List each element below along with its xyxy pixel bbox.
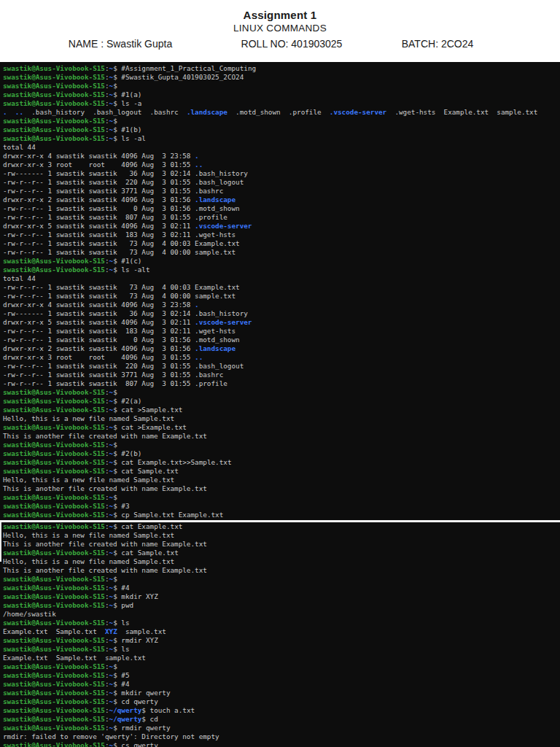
command-text: rmdir XYZ xyxy=(117,636,158,644)
output-text: drwxr-xr-x 4 swastik swastik 4096 Aug 3 … xyxy=(3,301,195,309)
command-text: cp Sample.txt Example.txt xyxy=(117,511,224,519)
output-text: -rw------- 1 swastik swastik 36 Aug 3 02… xyxy=(3,309,248,317)
output-text: This is another file created with name E… xyxy=(3,540,207,548)
prompt-user: swastik@Asus-Vivobook-S15 xyxy=(3,601,105,609)
command-text: cs qwerty xyxy=(117,741,158,747)
dir-name: .vscode-server xyxy=(195,222,252,230)
command-text: #2(b) xyxy=(117,449,142,457)
terminal-screen-1[interactable]: swastik@Asus-Vivobook-S15:~$ #Assignment… xyxy=(0,64,560,520)
output-text: sample.txt xyxy=(117,627,166,635)
command-text: cat >Example.txt xyxy=(117,423,187,431)
output-text: drwxr-xr-x 3 root root 4096 Aug 3 01:55 xyxy=(3,160,195,169)
prompt-user: swastik@Asus-Vivobook-S15 xyxy=(3,706,105,714)
output-text: -rw-r--r-- 1 swastik swastik 3771 Aug 3 … xyxy=(3,187,223,195)
output-text: drwxr-xr-x 5 swastik swastik 4096 Aug 3 … xyxy=(3,222,195,230)
command-text: touch a.txt xyxy=(146,706,195,714)
output-text xyxy=(7,108,15,116)
terminal-line: -rw-r--r-- 1 swastik swastik 73 Aug 4 00… xyxy=(0,283,560,292)
prompt-path: ~/qwerty xyxy=(109,715,142,723)
prompt-user: swastik@Asus-Vivobook-S15 xyxy=(3,117,105,125)
prompt-user: swastik@Asus-Vivobook-S15 xyxy=(3,266,105,274)
output-text: -rw-r--r-- 1 swastik swastik 183 Aug 3 0… xyxy=(3,327,236,335)
command-text: #Swastik_Gupta_401903025_2CO24 xyxy=(117,73,244,81)
output-text: Example.txt Sample.txt sample.txt xyxy=(3,654,146,662)
output-text: -rw-r--r-- 1 swastik swastik 0 Aug 3 01:… xyxy=(3,204,240,212)
prompt-user: swastik@Asus-Vivobook-S15 xyxy=(3,125,105,133)
assignment-subtitle: LINUX COMMANDS xyxy=(0,23,560,34)
terminal-line: swastik@Asus-Vivobook-S15:~/qwerty$ touc… xyxy=(0,706,560,715)
terminal-line: rmdir: failed to remove 'qwerty': Direct… xyxy=(0,732,560,741)
terminal-line: -rw-r--r-- 1 swastik swastik 73 Aug 4 00… xyxy=(0,292,560,301)
prompt-user: swastik@Asus-Vivobook-S15 xyxy=(3,511,105,519)
prompt-path: ~/qwerty xyxy=(109,706,142,714)
prompt-user: swastik@Asus-Vivobook-S15 xyxy=(3,99,105,107)
output-text: Example.txt Sample.txt xyxy=(3,627,105,635)
batch-label: BATCH: 2CO24 xyxy=(402,38,474,50)
prompt-user: swastik@Asus-Vivobook-S15 xyxy=(3,724,105,732)
assignment-title: Assignment 1 xyxy=(0,9,560,21)
output-text: total 44 xyxy=(3,274,36,282)
prompt-user: swastik@Asus-Vivobook-S15 xyxy=(3,549,105,557)
prompt-user: swastik@Asus-Vivobook-S15 xyxy=(3,257,105,265)
terminal-line: swastik@Asus-Vivobook-S15:~$ ls xyxy=(0,645,560,654)
prompt-user: swastik@Asus-Vivobook-S15 xyxy=(3,575,105,583)
terminal-line: Example.txt Sample.txt XYZ sample.txt xyxy=(0,627,560,636)
terminal-line: This is another file created with name E… xyxy=(0,566,560,575)
command-text: ls xyxy=(117,645,130,653)
terminal-line: swastik@Asus-Vivobook-S15:~$ cat Example… xyxy=(0,458,560,467)
command-text: cat Example.txt>>Sample.txt xyxy=(117,458,232,466)
terminal-line: drwxr-xr-x 4 swastik swastik 4096 Aug 3 … xyxy=(0,301,560,309)
prompt-user: swastik@Asus-Vivobook-S15 xyxy=(3,90,105,98)
output-text: Hello, this is a new file named Sample.t… xyxy=(3,476,174,484)
terminal-line: . .. .bash_history .bash_logout .bashrc … xyxy=(0,108,560,117)
terminal-line: -rw-r--r-- 1 swastik swastik 3771 Aug 3 … xyxy=(0,371,560,379)
terminal-line: -rw-r--r-- 1 swastik swastik 807 Aug 3 0… xyxy=(0,213,560,222)
prompt-user: swastik@Asus-Vivobook-S15 xyxy=(3,467,105,475)
prompt-dollar: $ xyxy=(113,441,117,449)
terminal-screen-2[interactable]: swastik@Asus-Vivobook-S15:~$ cat Example… xyxy=(0,522,560,747)
student-name: NAME : Swastik Gupta xyxy=(69,38,172,50)
command-text: cat Sample.txt xyxy=(117,549,179,557)
output-text: -rw-r--r-- 1 swastik swastik 73 Aug 4 00… xyxy=(3,283,240,291)
dir-name: . xyxy=(195,152,199,160)
prompt-user: swastik@Asus-Vivobook-S15 xyxy=(3,493,105,501)
output-text: Hello, this is a new file named Sample.t… xyxy=(3,557,174,565)
terminal-line: swastik@Asus-Vivobook-S15:~$ mkdir qwert… xyxy=(0,689,560,697)
terminal-line: swastik@Asus-Vivobook-S15:~$ cat Sample.… xyxy=(0,467,560,476)
terminal-line: swastik@Asus-Vivobook-S15:~$ cat Example… xyxy=(0,522,560,531)
prompt-user: swastik@Asus-Vivobook-S15 xyxy=(3,458,105,466)
terminal-line: Hello, this is a new file named Sample.t… xyxy=(0,557,560,566)
terminal-line: swastik@Asus-Vivobook-S15:~$ #2(b) xyxy=(0,449,560,458)
dir-name: .. xyxy=(15,108,23,116)
prompt-dollar: $ xyxy=(113,575,117,583)
command-text: #2(a) xyxy=(117,397,142,405)
dir-name: XYZ xyxy=(105,627,117,635)
terminal-line: swastik@Asus-Vivobook-S15:~$ #4 xyxy=(0,680,560,689)
terminal-line: -rw------- 1 swastik swastik 36 Aug 3 02… xyxy=(0,169,560,178)
page-edge-sliver xyxy=(0,522,1,562)
prompt-dollar: $ xyxy=(113,117,117,125)
terminal-line: swastik@Asus-Vivobook-S15:~$ #4 xyxy=(0,584,560,592)
output-text: -rw-r--r-- 1 swastik swastik 73 Aug 4 00… xyxy=(3,292,236,300)
command-text: mkdir XYZ xyxy=(117,592,158,600)
prompt-user: swastik@Asus-Vivobook-S15 xyxy=(3,388,105,396)
output-text: drwxr-xr-x 5 swastik swastik 4096 Aug 3 … xyxy=(3,318,195,326)
dir-name: .. xyxy=(195,160,203,169)
terminal-line: This is another file created with name E… xyxy=(0,540,560,549)
terminal-line: swastik@Asus-Vivobook-S15:~$ cp Sample.t… xyxy=(0,511,560,519)
terminal-line: /home/swastik xyxy=(0,610,560,619)
terminal-line: swastik@Asus-Vivobook-S15:~$ xyxy=(0,441,560,449)
output-text: -rw-r--r-- 1 swastik swastik 183 Aug 3 0… xyxy=(3,231,236,239)
terminal-line: swastik@Asus-Vivobook-S15:~$ cat >Sample… xyxy=(0,406,560,414)
terminal-line: swastik@Asus-Vivobook-S15:~$ mkdir XYZ xyxy=(0,592,560,601)
prompt-user: swastik@Asus-Vivobook-S15 xyxy=(3,73,105,81)
output-text: -rw-r--r-- 1 swastik swastik 3771 Aug 3 … xyxy=(3,371,223,379)
command-text: cat >Sample.txt xyxy=(117,406,183,414)
prompt-user: swastik@Asus-Vivobook-S15 xyxy=(3,441,105,449)
prompt-user: swastik@Asus-Vivobook-S15 xyxy=(3,502,105,510)
command-text: #Assignment_1_Practical_Computing xyxy=(117,64,256,72)
prompt-user: swastik@Asus-Vivobook-S15 xyxy=(3,636,105,644)
output-text: -rw-r--r-- 1 swastik swastik 0 Aug 3 01:… xyxy=(3,336,240,344)
terminal-line: -rw-r--r-- 1 swastik swastik 3771 Aug 3 … xyxy=(0,187,560,196)
output-text: total 44 xyxy=(3,143,36,151)
